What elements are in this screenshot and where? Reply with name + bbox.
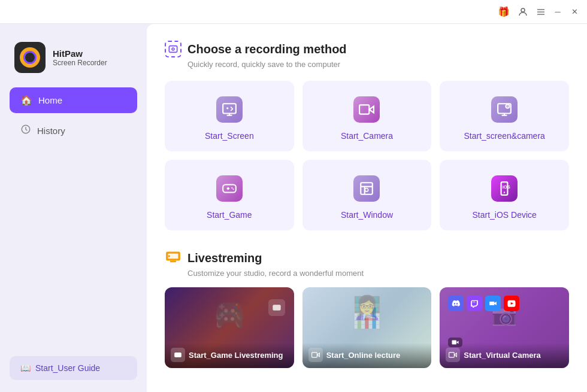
app-body: HitPaw Screen Recorder 🏠 Home History 📖 … — [0, 24, 587, 392]
main-content: Choose a recording method Quickly record… — [147, 24, 587, 392]
sidebar-item-history[interactable]: History — [10, 117, 137, 144]
close-button[interactable]: ✕ — [569, 7, 580, 17]
recording-section-icon — [165, 41, 181, 57]
sidebar-item-home-label: Home — [38, 95, 62, 105]
svg-rect-24 — [170, 261, 176, 263]
svg-rect-30 — [449, 353, 455, 357]
app-logo — [14, 42, 46, 73]
sidebar: HitPaw Screen Recorder 🏠 Home History 📖 … — [0, 24, 147, 392]
user-guide-icon: 📖 — [20, 363, 31, 373]
game-live-overlay: Start_Game Livestreming — [165, 343, 294, 368]
recording-section-subtitle: Quickly record, quickly save to the comp… — [165, 60, 569, 69]
sidebar-item-history-label: History — [37, 126, 65, 136]
svg-point-6 — [172, 48, 174, 50]
youtube-icon — [504, 296, 519, 311]
svg-point-15 — [231, 187, 232, 189]
start-game-label: Start_Game — [207, 210, 252, 220]
start-ios-card[interactable]: iOS Start_iOS Device — [440, 160, 569, 230]
sidebar-bottom: 📖 Start_User Guide — [10, 356, 137, 380]
online-lecture-icon — [308, 348, 323, 362]
game-live-mini-icon — [268, 299, 285, 316]
livestream-section-title: Livestreming — [187, 251, 262, 265]
livestream-tv-icon — [165, 250, 181, 266]
svg-rect-5 — [169, 46, 177, 53]
game-live-label: Start_Game Livestreming — [189, 351, 283, 360]
start-window-icon — [352, 174, 381, 203]
virtual-camera-label: Start_Virtual Camera — [464, 351, 540, 360]
start-window-card[interactable]: Start_Window — [302, 160, 432, 230]
product-name: Screen Recorder — [53, 59, 107, 67]
gift-icon[interactable]: 🎁 — [497, 5, 510, 19]
livestream-grid: 🎮 Start_Game Livestreming — [165, 287, 569, 368]
start-ios-label: Start_iOS Device — [472, 210, 536, 220]
app-name: HitPaw Screen Recorder — [53, 48, 107, 67]
minimize-button[interactable]: ─ — [552, 7, 563, 17]
titlebar: 🎁 ─ ✕ — [0, 0, 587, 24]
logo-area: HitPaw Screen Recorder — [10, 36, 137, 87]
home-icon: 🏠 — [20, 95, 32, 106]
start-screen-card[interactable]: Start_Screen — [165, 81, 294, 151]
livestream-section-subtitle: Customize your studio, record a wonderfu… — [165, 269, 569, 278]
svg-rect-26 — [273, 305, 280, 310]
online-lecture-label: Start_Online lecture — [326, 351, 401, 360]
start-game-icon — [215, 174, 244, 203]
start-virtual-camera-card[interactable]: Start_Virtual Camera — [440, 287, 569, 368]
start-window-label: Start_Window — [341, 210, 393, 220]
game-live-icon — [171, 348, 185, 362]
svg-point-25 — [168, 255, 170, 257]
twitch-icon — [467, 296, 482, 311]
svg-point-8 — [226, 107, 228, 109]
recording-section-header: Choose a recording method — [165, 41, 569, 57]
svg-point-0 — [521, 8, 525, 12]
svg-rect-28 — [311, 353, 317, 357]
start-screen-camera-icon — [490, 95, 519, 124]
svg-point-18 — [365, 188, 368, 191]
virtual-camera-icon — [446, 348, 460, 362]
start-screen-camera-label: Start_screen&camera — [464, 131, 544, 141]
zoom-icon — [485, 296, 501, 311]
discord-icon — [448, 296, 464, 311]
livestream-section-header: Livestreming — [165, 250, 569, 266]
start-ios-icon: iOS — [490, 174, 519, 203]
sidebar-item-home[interactable]: 🏠 Home — [10, 87, 137, 113]
user-icon[interactable] — [516, 5, 529, 19]
online-lecture-overlay: Start_Online lecture — [302, 343, 432, 368]
start-screen-camera-card[interactable]: Start_screen&camera — [440, 81, 569, 151]
svg-text:iOS: iOS — [503, 184, 510, 190]
start-online-lecture-card[interactable]: 👩‍🏫 Start_Online lecture — [302, 287, 432, 368]
svg-rect-9 — [360, 105, 370, 114]
user-guide-label: Start_User Guide — [35, 363, 100, 373]
start-screen-label: Start_Screen — [205, 131, 254, 141]
start-camera-icon — [352, 95, 381, 124]
svg-point-16 — [232, 189, 234, 190]
recording-section-title: Choose a recording method — [187, 42, 347, 56]
start-camera-label: Start_Camera — [341, 131, 393, 141]
recording-grid: Start_Screen Start_Camera — [165, 81, 569, 230]
brand-name: HitPaw — [53, 48, 107, 59]
history-icon — [20, 124, 31, 137]
menu-icon[interactable] — [535, 7, 546, 17]
svg-point-11 — [506, 104, 510, 108]
svg-rect-7 — [223, 104, 236, 113]
user-guide-button[interactable]: 📖 Start_User Guide — [10, 356, 137, 380]
svg-rect-27 — [174, 353, 181, 357]
start-game-card[interactable]: Start_Game — [165, 160, 294, 230]
start-game-live-card[interactable]: 🎮 Start_Game Livestreming — [165, 287, 294, 368]
start-camera-card[interactable]: Start_Camera — [302, 81, 432, 151]
virtual-camera-overlay: Start_Virtual Camera — [440, 343, 569, 368]
start-screen-icon — [215, 95, 244, 124]
